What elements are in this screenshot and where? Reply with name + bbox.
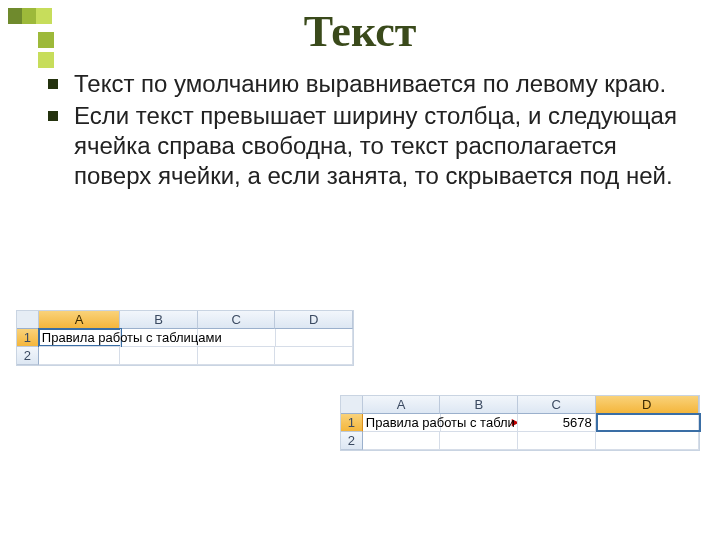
col-header-C: C <box>198 311 276 329</box>
bullet-text: Текст по умолчанию выравнивается по лево… <box>74 69 666 99</box>
bullet-text: Если текст превышает ширину столбца, и с… <box>74 101 690 191</box>
cell-B2 <box>120 347 198 365</box>
cell-C1: 5678 <box>518 414 595 432</box>
cell-B2 <box>440 432 518 450</box>
cell-A1-text: Правила работы с табли <box>366 415 515 430</box>
cell-A1: Правила работы с табли <box>363 414 441 432</box>
col-header-A: A <box>363 396 441 414</box>
cell-A2 <box>39 347 121 365</box>
cell-C2 <box>198 347 276 365</box>
cell-A2 <box>363 432 441 450</box>
cell-D2 <box>275 347 353 365</box>
col-header-B: B <box>440 396 518 414</box>
bullet-item: Если текст превышает ширину столбца, и с… <box>48 101 690 191</box>
slide-title: Текст <box>0 6 720 57</box>
spreadsheet-example-clipped: A B C D 1 Правила работы с табли ▸ 5678 … <box>340 395 700 451</box>
cell-D1 <box>276 329 353 347</box>
cell-A1: Правила работы с таблицами <box>39 329 121 347</box>
cell-D1 <box>596 414 699 432</box>
col-header-B: B <box>120 311 198 329</box>
row-header-1: 1 <box>17 329 39 347</box>
bullet-item: Текст по умолчанию выравнивается по лево… <box>48 69 690 99</box>
col-header-C: C <box>518 396 596 414</box>
bullet-list: Текст по умолчанию выравнивается по лево… <box>48 69 690 191</box>
col-header-A: A <box>39 311 121 329</box>
row-header-2: 2 <box>341 432 363 450</box>
slide-decoration <box>8 8 50 28</box>
bullet-square-icon <box>48 111 58 121</box>
row-header-2: 2 <box>17 347 39 365</box>
cell-C2 <box>518 432 596 450</box>
spreadsheet-example-overflow: A B C D 1 Правила работы с таблицами 2 <box>16 310 354 366</box>
col-header-D: D <box>275 311 353 329</box>
sheet-corner <box>341 396 363 414</box>
col-header-D: D <box>596 396 699 414</box>
bullet-square-icon <box>48 79 58 89</box>
row-header-1: 1 <box>341 414 363 432</box>
sheet-corner <box>17 311 39 329</box>
cell-D2 <box>596 432 699 450</box>
